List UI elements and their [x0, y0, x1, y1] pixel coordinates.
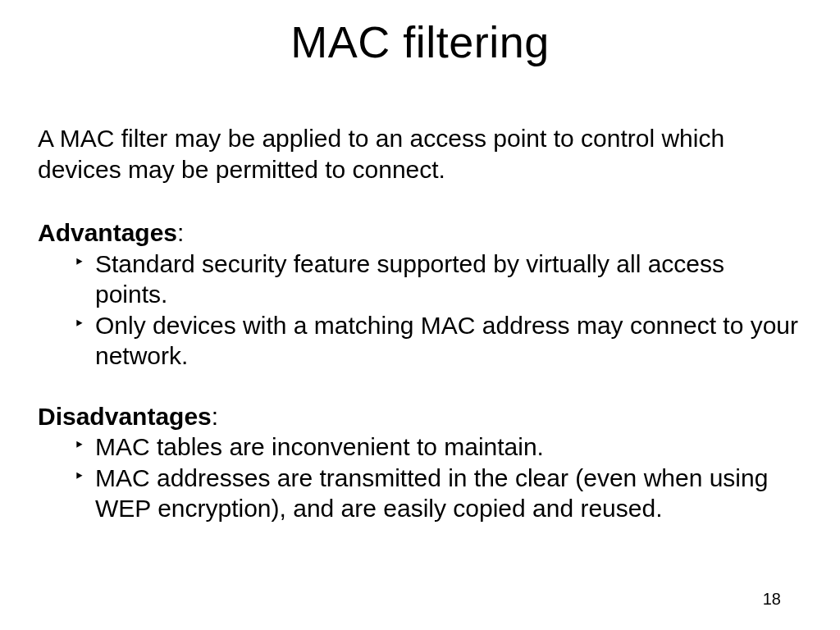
disadvantages-section: Disadvantages: ‣ MAC tables are inconven…	[38, 401, 802, 524]
disadvantages-colon: :	[212, 403, 218, 430]
slide: MAC filtering A MAC filter may be applie…	[0, 0, 840, 630]
list-item: ‣ Standard security feature supported by…	[38, 249, 802, 310]
disadvantages-heading: Disadvantages	[38, 403, 212, 430]
list-item: ‣ MAC tables are inconvenient to maintai…	[38, 431, 802, 463]
bullet-icon: ‣	[74, 253, 84, 272]
list-item-text: MAC tables are inconvenient to maintain.	[95, 433, 544, 460]
advantages-list: ‣ Standard security feature supported by…	[38, 249, 802, 372]
list-item: ‣ MAC addresses are transmitted in the c…	[38, 463, 802, 524]
page-number: 18	[763, 590, 781, 609]
bullet-icon: ‣	[74, 436, 84, 454]
list-item: ‣ Only devices with a matching MAC addre…	[38, 310, 802, 372]
slide-title: MAC filtering	[0, 16, 840, 67]
list-item-text: MAC addresses are transmitted in the cle…	[95, 464, 768, 523]
list-item-text: Standard security feature supported by v…	[95, 250, 724, 308]
intro-text: A MAC filter may be applied to an access…	[38, 123, 802, 185]
advantages-colon: :	[177, 219, 184, 246]
advantages-section: Advantages: ‣ Standard security feature …	[38, 217, 802, 372]
bullet-icon: ‣	[74, 315, 84, 333]
disadvantages-list: ‣ MAC tables are inconvenient to maintai…	[38, 431, 802, 524]
slide-body: A MAC filter may be applied to an access…	[38, 123, 802, 554]
advantages-heading: Advantages	[38, 219, 177, 246]
list-item-text: Only devices with a matching MAC address…	[95, 312, 798, 370]
bullet-icon: ‣	[74, 468, 84, 486]
